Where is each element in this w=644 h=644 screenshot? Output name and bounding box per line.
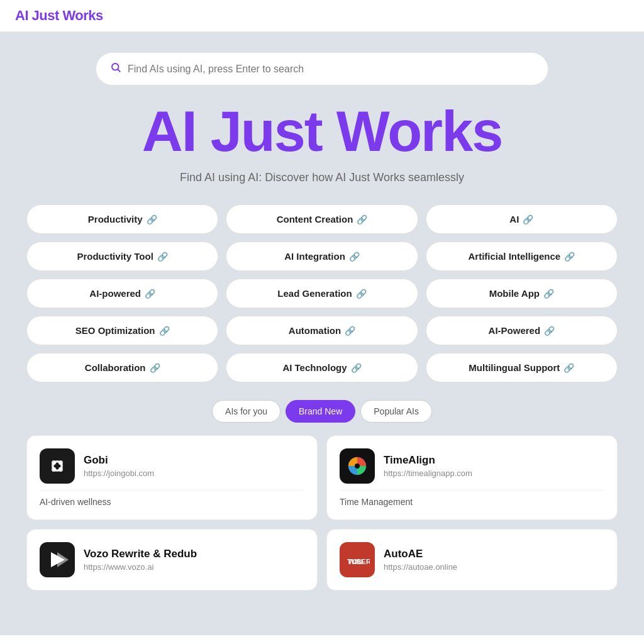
hero-subtitle: Find AI using AI: Discover how AI Just W… <box>180 171 464 184</box>
tab-ais-for-you[interactable]: AIs for you <box>212 400 280 423</box>
link-icon: 🔗 <box>523 214 533 225</box>
svg-text:TUBERS: TUBERS <box>347 558 370 565</box>
ai-card-timealign[interactable]: TimeAlign https://timealignapp.com Time … <box>326 435 618 520</box>
svg-line-1 <box>118 69 119 71</box>
tag-productivity[interactable]: Productivity 🔗 <box>26 204 218 234</box>
link-icon: 🔗 <box>357 214 367 225</box>
tag-automation[interactable]: Automation 🔗 <box>226 316 418 345</box>
svg-point-5 <box>58 460 63 465</box>
autoae-url: https://autoae.online <box>384 562 457 572</box>
vozo-logo <box>40 542 75 577</box>
ai-card-header: TimeAlign https://timealignapp.com <box>340 448 604 484</box>
autoae-name: AutoAE <box>384 548 457 560</box>
search-icon <box>110 62 121 76</box>
ai-card-vozo[interactable]: Vozo Rewrite & Redub https://www.vozo.ai <box>26 529 318 591</box>
timealign-url: https://timealignapp.com <box>384 469 472 478</box>
header: AI Just Works <box>0 0 644 32</box>
timealign-desc: Time Management <box>340 490 604 507</box>
gobi-logo <box>40 448 75 484</box>
tag-lead-generation[interactable]: Lead Generation 🔗 <box>226 279 418 308</box>
tag-ai[interactable]: AI 🔗 <box>426 204 618 234</box>
link-icon: 🔗 <box>157 252 168 262</box>
gobi-url: https://joingobi.com <box>84 469 154 478</box>
tag-multilingual-support[interactable]: Multilingual Support 🔗 <box>426 353 618 382</box>
vozo-info: Vozo Rewrite & Redub https://www.vozo.ai <box>84 548 197 572</box>
link-icon: 🔗 <box>356 289 367 299</box>
tag-ai-technology[interactable]: AI Technology 🔗 <box>226 353 418 382</box>
link-icon: 🔗 <box>543 289 554 299</box>
timealign-name: TimeAlign <box>384 454 472 467</box>
tag-grid: Productivity 🔗 Content Creation 🔗 AI 🔗 P… <box>26 204 618 382</box>
tag-productivity-tool[interactable]: Productivity Tool 🔗 <box>26 242 218 271</box>
tag-collaboration[interactable]: Collaboration 🔗 <box>26 353 218 382</box>
tag-mobile-app[interactable]: Mobile App 🔗 <box>426 279 618 308</box>
ai-card-header: Vozo Rewrite & Redub https://www.vozo.ai <box>40 542 304 577</box>
link-icon: 🔗 <box>351 363 362 373</box>
link-icon: 🔗 <box>544 326 555 336</box>
link-icon: 🔗 <box>145 289 155 299</box>
search-input[interactable] <box>128 64 534 75</box>
gobi-name: Gobi <box>84 454 154 467</box>
svg-marker-11 <box>57 552 69 567</box>
timealign-info: TimeAlign https://timealignapp.com <box>384 454 472 478</box>
tag-ai-powered-2[interactable]: AI-Powered 🔗 <box>426 316 618 345</box>
search-bar <box>96 52 548 86</box>
tag-seo-optimization[interactable]: SEO Optimization 🔗 <box>26 316 218 345</box>
link-icon: 🔗 <box>345 326 355 336</box>
vozo-name: Vozo Rewrite & Redub <box>84 548 197 560</box>
link-icon: 🔗 <box>150 363 160 373</box>
tag-ai-integration[interactable]: AI Integration 🔗 <box>226 242 418 271</box>
svg-point-4 <box>52 460 56 465</box>
cards-grid: Gobi https://joingobi.com AI-driven well… <box>26 435 618 591</box>
site-logo[interactable]: AI Just Works <box>15 8 103 24</box>
timealign-logo <box>340 448 375 484</box>
link-icon: 🔗 <box>159 326 170 336</box>
gobi-info: Gobi https://joingobi.com <box>84 454 154 478</box>
hero-title: AI Just Works <box>142 103 502 160</box>
tab-popular-ais[interactable]: Popular AIs <box>360 400 432 423</box>
tag-content-creation[interactable]: Content Creation 🔗 <box>226 204 418 234</box>
tab-brand-new[interactable]: Brand New <box>286 400 355 423</box>
autoae-info: AutoAE https://autoae.online <box>384 548 457 572</box>
ai-card-header: YOU TUBERS AutoAE https://autoae.online <box>340 542 604 577</box>
ai-card-header: Gobi https://joingobi.com <box>40 448 304 484</box>
svg-point-7 <box>58 467 63 472</box>
vozo-url: https://www.vozo.ai <box>84 562 197 572</box>
gobi-desc: AI-driven wellness <box>40 490 304 507</box>
link-icon: 🔗 <box>349 252 360 262</box>
svg-point-9 <box>355 464 360 469</box>
tag-artificial-intelligence[interactable]: Artificial Intelligence 🔗 <box>426 242 618 271</box>
filter-tabs: AIs for you Brand New Popular AIs <box>212 400 432 423</box>
autoae-logo: YOU TUBERS <box>340 542 375 577</box>
link-icon: 🔗 <box>564 363 574 373</box>
tag-ai-powered[interactable]: AI-powered 🔗 <box>26 279 218 308</box>
link-icon: 🔗 <box>147 214 157 225</box>
main-content: AI Just Works Find AI using AI: Discover… <box>0 32 644 635</box>
ai-card-gobi[interactable]: Gobi https://joingobi.com AI-driven well… <box>26 435 318 520</box>
svg-point-6 <box>52 467 56 472</box>
ai-card-autoae[interactable]: YOU TUBERS AutoAE https://autoae.online <box>326 529 618 591</box>
link-icon: 🔗 <box>564 252 575 262</box>
